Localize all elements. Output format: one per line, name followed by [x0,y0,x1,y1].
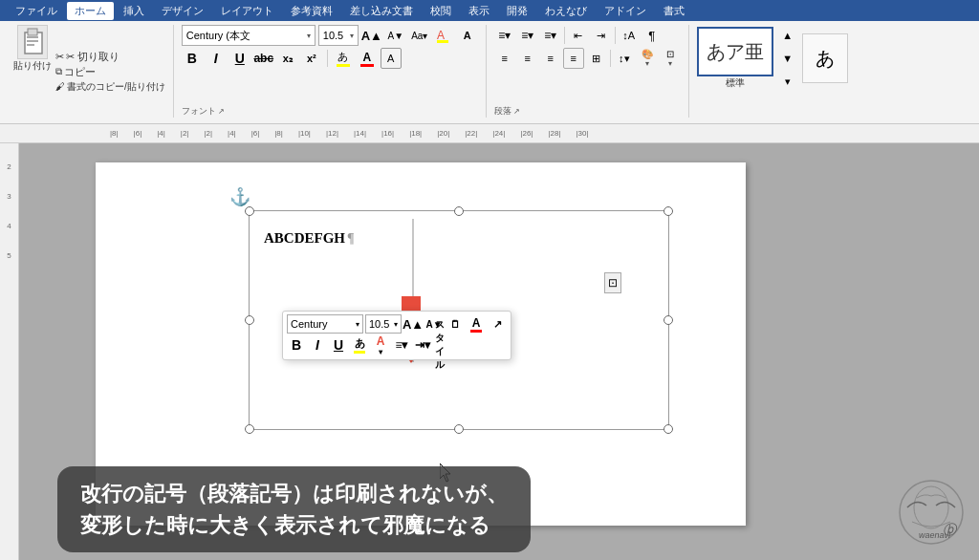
col-justify-button[interactable]: ⊞ [586,48,607,69]
align-right-button[interactable]: ≡ [540,48,561,69]
mini-size-arrow[interactable]: ▾ [394,320,398,329]
menu-home[interactable]: ホーム [67,2,114,20]
caption-line1: 改行の記号（段落記号）は印刷されないが、 [80,478,508,509]
size-dropdown-arrow[interactable]: ▾ [350,32,354,40]
style-preview[interactable]: あア亜 [697,27,773,76]
svg-rect-6 [437,40,448,43]
mini-underline-btn[interactable]: U [329,335,348,355]
menu-develop[interactable]: 開発 [499,2,535,20]
mini-font-color-btn[interactable]: A [467,314,486,334]
menu-layout[interactable]: レイアウト [213,2,281,20]
mini-toolbar-row2: B I U あ A ▾ ≡▾ ⇥▾ スタイル [287,335,507,355]
font-dropdown-arrow[interactable]: ▾ [307,32,311,40]
paste-button[interactable] [17,25,48,59]
copy-icon: ⧉ [55,66,62,77]
style-more[interactable]: ▾ [777,71,798,92]
menu-review[interactable]: 校閲 [423,2,459,20]
para-shading-button[interactable]: 🎨 ▾ [637,48,658,69]
handle-bl[interactable] [245,424,254,434]
mini-indent-btn[interactable]: ⇥▾ [413,335,432,355]
menu-addin[interactable]: アドイン [597,2,654,20]
menu-view[interactable]: 表示 [461,2,497,20]
layout-options-icon[interactable]: ⊡ [604,272,621,293]
handle-bm[interactable] [454,424,464,434]
format-copy-button[interactable]: 🖌 書式のコピー/貼り付け [55,80,165,94]
italic-button[interactable]: I [206,49,227,68]
font-expand-icon[interactable]: ↗ [218,107,225,116]
align-center-button[interactable]: ≡ [517,48,538,69]
increase-indent-button[interactable]: ⇥ [591,25,612,46]
font-color-button[interactable]: A [357,48,378,69]
clear-format-button[interactable]: A [457,25,478,46]
align-left-button[interactable]: ≡ [494,48,515,69]
font-shrink-button[interactable]: A▼ [385,25,406,46]
font-char-button[interactable]: A [381,48,402,69]
style-scroll-down[interactable]: ▼ [777,48,798,69]
mini-font-color-btn2[interactable]: A ▾ [371,335,390,355]
change-case-button[interactable]: Aa▾ [409,25,430,46]
menu-mailings[interactable]: 差し込み文書 [342,2,421,20]
highlight-button[interactable]: あ [333,48,354,69]
font-group-label: フォント ↗ [182,105,478,118]
cut-button[interactable]: ✂ ✂ 切り取り [55,50,165,64]
mini-bold-btn[interactable]: B [287,335,306,355]
bold-button[interactable]: B [182,49,203,68]
handle-br[interactable] [664,424,673,434]
para-border-button[interactable]: ⊡ ▾ [660,48,681,69]
strikethrough-button[interactable]: abc [253,49,274,68]
font-size-input[interactable]: 10.5 ▾ [318,25,359,46]
anchor-icon: ⚓ [229,186,250,207]
caption-line2: 変形した時に大きく表示されて邪魔になる [80,509,508,541]
copy-button[interactable]: ⧉ コピー [55,65,165,79]
svg-text:ⓑ: ⓑ [943,522,958,537]
menu-references[interactable]: 参考資料 [283,2,340,20]
menu-design[interactable]: デザイン [154,2,211,20]
font-color-btn1[interactable]: A [433,25,454,46]
style-scroll-up[interactable]: ▲ [777,25,798,46]
multilevel-button[interactable]: ≡▾ [540,25,561,46]
font-name-input[interactable]: Century (本文 ▾ [182,25,315,46]
mini-font-name[interactable]: Century ▾ [287,314,363,334]
mini-style-btn[interactable]: スタイル [434,335,453,355]
menu-waenavi[interactable]: わえなび [537,2,595,20]
mini-toolbar: Century ▾ 10.5 ▾ A▲ A▼ 🗒 A ↗ B I U [282,311,511,360]
underline-button[interactable]: U [229,49,250,68]
paste-label: 貼り付け [13,59,52,73]
mini-list-btn[interactable]: ≡▾ [392,335,411,355]
menu-insert[interactable]: 挿入 [116,2,152,20]
bullets-button[interactable]: ≡▾ [494,25,515,46]
para-expand-icon[interactable]: ↗ [513,107,520,116]
subscript-button[interactable]: x₂ [277,49,298,68]
horizontal-ruler: |8| |6| |4| |2| |2| |4| |6| |8| |10| |12… [0,124,979,143]
menu-file[interactable]: ファイル [8,2,65,20]
paragraph-group: ≡▾ ≡▾ ≡▾ ⇤ ⇥ ↕A ¶ ≡ ≡ ≡ ≡ ⊞ ↕▾ 🎨 ▾ [487,25,689,118]
line-spacing-button[interactable]: ↕▾ [614,48,635,69]
justify-button[interactable]: ≡ [563,48,584,69]
mini-grow-btn[interactable]: A▲ [403,314,423,334]
mini-font-size[interactable]: 10.5 ▾ [365,314,402,334]
handle-tm[interactable] [454,206,464,216]
decrease-indent-button[interactable]: ⇤ [568,25,589,46]
svg-rect-3 [27,40,38,42]
font-grow-button[interactable]: A▲ [361,25,382,46]
handle-mr[interactable] [664,315,673,325]
show-formatting-button[interactable]: ¶ [642,25,663,46]
superscript-button[interactable]: x² [301,49,322,68]
mini-font-arrow[interactable]: ▾ [356,320,359,329]
handle-ml[interactable] [245,315,254,325]
text-box-content: ABCDEFGH¶ [250,211,668,266]
font-row2: B I U abc x₂ x² あ A A [182,48,478,69]
mini-extra-btn[interactable]: ↗ [488,314,507,334]
mini-highlight-btn[interactable]: あ [350,335,369,355]
para-row1: ≡▾ ≡▾ ≡▾ ⇤ ⇥ ↕A ¶ [494,25,681,46]
style-preview2[interactable]: あ [802,33,848,83]
caption-box: 改行の記号（段落記号）は印刷されないが、 変形した時に大きく表示されて邪魔になる [57,466,531,552]
menu-format[interactable]: 書式 [656,2,692,20]
clipboard-group: 貼り付け ✂ ✂ 切り取り ⧉ コピー 🖌 書式のコピー/貼り付け クリップボー… [6,25,174,118]
handle-tl[interactable] [245,206,254,216]
sort-button[interactable]: ↕A [619,25,640,46]
handle-tr[interactable] [664,206,673,216]
numbering-button[interactable]: ≡▾ [517,25,538,46]
mini-italic-btn[interactable]: I [308,335,327,355]
style-group: あア亜 標準 ▲ ▼ ▾ あ [689,25,856,118]
